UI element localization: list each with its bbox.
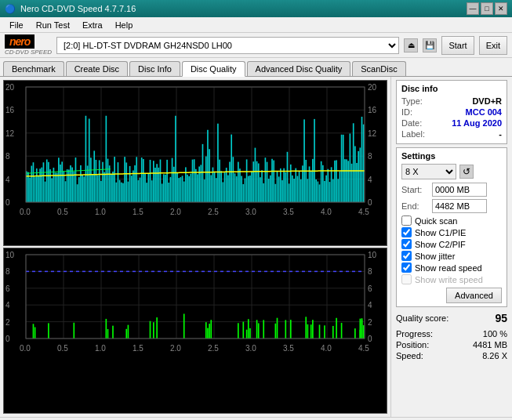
title-bar-left: 🔵 Nero CD-DVD Speed 4.7.7.16	[5, 4, 136, 14]
show-write-speed-checkbox[interactable]	[401, 274, 412, 284]
drive-select[interactable]: [2:0] HL-DT-ST DVDRAM GH24NSD0 LH00	[56, 37, 399, 54]
title-bar-controls: — □ ✕	[467, 2, 507, 15]
show-jitter-label: Show jitter	[415, 252, 455, 261]
toolbar: nero CD·DVD SPEED [2:0] HL-DT-ST DVDRAM …	[0, 33, 512, 58]
settings-title: Settings	[401, 151, 502, 161]
tab-advanced-disc-quality[interactable]: Advanced Disc Quality	[247, 61, 351, 76]
end-field[interactable]	[432, 199, 487, 213]
date-value: 11 Aug 2020	[452, 118, 502, 128]
show-write-speed-label: Show write speed	[415, 275, 483, 284]
menu-extra[interactable]: Extra	[76, 20, 109, 31]
position-label: Position:	[396, 340, 429, 349]
show-write-speed-row: Show write speed	[401, 274, 502, 284]
show-jitter-row: Show jitter	[401, 251, 502, 261]
tab-scan-disc[interactable]: ScanDisc	[352, 61, 405, 76]
show-c1-label: Show C1/PIE	[415, 228, 466, 237]
nero-logo: nero CD·DVD SPEED	[5, 34, 52, 56]
tabs-bar: Benchmark Create Disc Disc Info Disc Qua…	[0, 58, 512, 77]
quality-score-row: Quality score: 95	[396, 312, 507, 324]
show-c2-checkbox[interactable]	[401, 239, 412, 249]
speed-row: 8 X ↺	[401, 164, 502, 179]
tab-disc-info[interactable]: Disc Info	[129, 61, 180, 76]
position-row: Position: 4481 MB	[396, 340, 507, 349]
position-value: 4481 MB	[473, 340, 507, 349]
start-field[interactable]	[432, 183, 487, 197]
progress-label: Progress:	[396, 329, 433, 339]
maximize-button[interactable]: □	[481, 2, 493, 15]
show-c2-row: Show C2/PIF	[401, 239, 502, 249]
start-field-label: Start:	[401, 185, 429, 194]
title-text: Nero CD-DVD Speed 4.7.7.16	[20, 4, 136, 13]
tab-benchmark[interactable]: Benchmark	[3, 61, 64, 76]
refresh-icon[interactable]: ↺	[459, 165, 474, 179]
title-bar: 🔵 Nero CD-DVD Speed 4.7.7.16 — □ ✕	[0, 0, 512, 17]
main-content: Disc info Type: DVD+R ID: MCC 004 Date: …	[0, 77, 512, 417]
menu-file[interactable]: File	[3, 20, 30, 31]
show-read-speed-checkbox[interactable]	[401, 262, 412, 273]
eject-icon[interactable]: ⏏	[404, 38, 418, 52]
speed-select[interactable]: 8 X	[401, 164, 456, 179]
show-jitter-checkbox[interactable]	[401, 251, 412, 261]
type-label: Type:	[401, 96, 423, 106]
progress-section: Progress: 100 % Position: 4481 MB Speed:…	[396, 329, 507, 362]
id-label: ID:	[401, 107, 412, 117]
quality-score-label: Quality score:	[396, 313, 448, 323]
stats-footer: PI Errors Average: 2.64 Maximum: 15 Tota…	[0, 417, 512, 420]
menu-bar: File Run Test Extra Help	[0, 17, 512, 33]
type-row: Type: DVD+R	[401, 96, 502, 106]
id-row: ID: MCC 004	[401, 107, 502, 117]
id-value: MCC 004	[466, 107, 502, 117]
close-button[interactable]: ✕	[495, 2, 507, 15]
date-label: Date:	[401, 118, 422, 128]
disc-label-label: Label:	[401, 129, 425, 139]
quick-scan-checkbox[interactable]	[401, 215, 412, 226]
speed-row: Speed: 8.26 X	[396, 351, 507, 360]
minimize-button[interactable]: —	[467, 2, 479, 15]
speed-label: Speed:	[396, 351, 423, 360]
quick-scan-label: Quick scan	[415, 216, 457, 226]
speed-value: 8.26 X	[482, 351, 507, 360]
end-field-row: End:	[401, 199, 502, 213]
disc-info-section: Disc info Type: DVD+R ID: MCC 004 Date: …	[396, 80, 507, 144]
quick-scan-row: Quick scan	[401, 215, 502, 226]
start-button[interactable]: Start	[441, 36, 474, 55]
side-panel: Disc info Type: DVD+R ID: MCC 004 Date: …	[390, 77, 512, 417]
menu-run-test[interactable]: Run Test	[30, 20, 76, 31]
disc-label-value: -	[499, 129, 502, 139]
top-chart	[3, 80, 387, 246]
type-value: DVD+R	[472, 96, 502, 106]
tab-disc-quality[interactable]: Disc Quality	[182, 61, 245, 77]
label-row: Label: -	[401, 129, 502, 139]
charts-area	[0, 77, 390, 417]
bottom-chart	[3, 248, 387, 414]
app-icon: 🔵	[5, 4, 16, 14]
date-row: Date: 11 Aug 2020	[401, 118, 502, 128]
settings-section: Settings 8 X ↺ Start: End: Quick scan	[396, 147, 507, 307]
progress-row: Progress: 100 %	[396, 329, 507, 339]
show-read-speed-row: Show read speed	[401, 262, 502, 273]
exit-button[interactable]: Exit	[479, 36, 507, 55]
disc-info-title: Disc info	[401, 84, 502, 93]
start-field-row: Start:	[401, 183, 502, 197]
quality-score-value: 95	[495, 312, 507, 324]
save-icon[interactable]: 💾	[423, 38, 437, 52]
end-field-label: End:	[401, 201, 429, 211]
show-read-speed-label: Show read speed	[415, 263, 482, 273]
show-c1-row: Show C1/PIE	[401, 227, 502, 237]
show-c2-label: Show C2/PIF	[415, 240, 466, 249]
nero-logo-sub: CD·DVD SPEED	[5, 49, 52, 56]
menu-help[interactable]: Help	[109, 20, 140, 31]
show-c1-checkbox[interactable]	[401, 227, 412, 237]
advanced-button[interactable]: Advanced	[446, 288, 502, 303]
tab-create-disc[interactable]: Create Disc	[66, 61, 128, 76]
progress-value: 100 %	[483, 329, 507, 339]
nero-logo-main: nero	[5, 34, 34, 49]
